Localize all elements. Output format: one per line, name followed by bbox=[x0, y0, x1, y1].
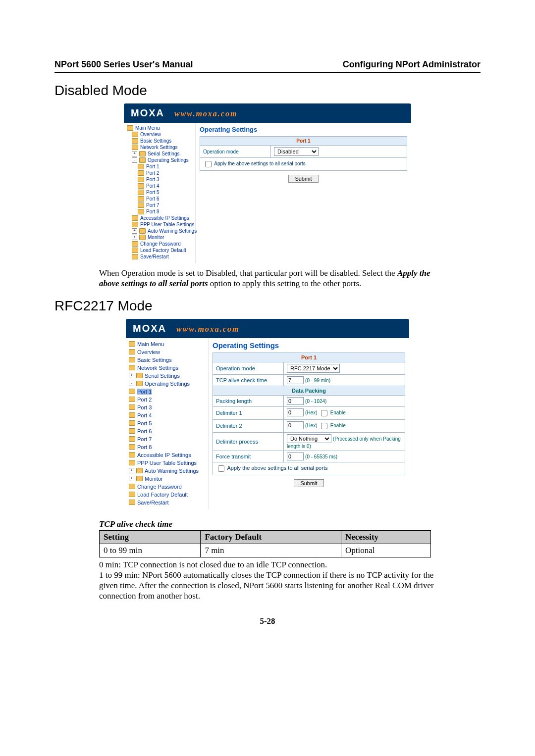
tree-serial-settings[interactable]: +Serial Settings bbox=[128, 372, 207, 380]
folder-icon bbox=[138, 164, 144, 169]
tree-overview[interactable]: Overview bbox=[126, 131, 194, 138]
tree-load-factory-default[interactable]: Load Factory Default bbox=[128, 491, 207, 499]
forcetx-hint: (0 - 65535 ms) bbox=[305, 454, 337, 459]
moxa-url: www.moxa.com bbox=[174, 109, 237, 118]
folder-icon bbox=[129, 412, 135, 418]
tree-port3[interactable]: Port 3 bbox=[128, 403, 207, 411]
tree-auto-warning[interactable]: +Auto Warning Settings bbox=[126, 228, 194, 234]
folder-icon bbox=[129, 357, 135, 362]
tree-network-settings[interactable]: Network Settings bbox=[128, 364, 207, 372]
tree-serial-settings[interactable]: +Serial Settings bbox=[126, 151, 194, 157]
tree-main-menu[interactable]: Main Menu bbox=[126, 125, 194, 131]
tree-port1[interactable]: Port 1 bbox=[128, 388, 207, 396]
para-0min: 0 min: TCP connection is not closed due … bbox=[99, 559, 436, 570]
collapse-icon[interactable]: - bbox=[129, 381, 134, 386]
folder-icon bbox=[129, 397, 135, 402]
tree-monitor[interactable]: +Monitor bbox=[126, 234, 194, 241]
tree-accessible-ip[interactable]: Accessible IP Settings bbox=[128, 451, 207, 459]
forcetx-input[interactable] bbox=[287, 453, 304, 460]
tree-port6[interactable]: Port 6 bbox=[126, 196, 194, 202]
expand-icon[interactable]: + bbox=[132, 228, 137, 234]
heading-rfc2217-mode: RFC2217 Mode bbox=[54, 298, 481, 314]
tree-basic-settings[interactable]: Basic Settings bbox=[128, 356, 207, 364]
delimproc-select[interactable]: Do Nothing bbox=[287, 434, 331, 443]
delim2-enable-checkbox[interactable] bbox=[321, 423, 327, 429]
apply-all-checkbox[interactable] bbox=[218, 465, 224, 472]
tcpalive-input[interactable] bbox=[287, 376, 304, 384]
tree-port6[interactable]: Port 6 bbox=[128, 427, 207, 435]
tree-accessible-ip[interactable]: Accessible IP Settings bbox=[126, 215, 194, 221]
folder-icon bbox=[129, 389, 135, 394]
tree-port1[interactable]: Port 1 bbox=[126, 163, 194, 170]
tree-auto-warning[interactable]: +Auto Warning Settings bbox=[128, 467, 207, 475]
folder-icon bbox=[129, 428, 135, 434]
tree-main-menu[interactable]: Main Menu bbox=[128, 340, 207, 348]
submit-button[interactable]: Submit bbox=[288, 175, 318, 183]
tree-ppp-user-table[interactable]: PPP User Table Settings bbox=[126, 221, 194, 228]
expand-icon[interactable]: + bbox=[129, 476, 134, 481]
tree-operating-settings[interactable]: -Operating Settings bbox=[128, 380, 207, 388]
folder-icon bbox=[138, 183, 144, 189]
opmode-label: Operation mode bbox=[213, 362, 284, 374]
delim2-label: Delimiter 2 bbox=[213, 419, 284, 432]
folder-icon bbox=[132, 248, 138, 253]
tree-port5[interactable]: Port 5 bbox=[128, 419, 207, 427]
spec-h-setting: Setting bbox=[100, 530, 201, 544]
delim1-enable-checkbox[interactable] bbox=[321, 410, 327, 416]
tree-save-restart[interactable]: Save/Restart bbox=[126, 253, 194, 260]
tree-port4[interactable]: Port 4 bbox=[126, 183, 194, 189]
folder-icon bbox=[129, 500, 135, 505]
tree-port2[interactable]: Port 2 bbox=[128, 396, 207, 403]
folder-icon bbox=[139, 228, 146, 234]
tree-save-restart[interactable]: Save/Restart bbox=[128, 499, 207, 506]
tree-port2[interactable]: Port 2 bbox=[126, 170, 194, 176]
tree-load-factory-default[interactable]: Load Factory Default bbox=[126, 247, 194, 253]
panel-title: Operating Settings bbox=[213, 341, 405, 350]
table-caption-tcpalive: TCP alive check time bbox=[99, 519, 481, 529]
form-table-rfc2217: Port 1 Operation mode RFC 2217 Mode TCP … bbox=[213, 353, 405, 475]
tree-overview[interactable]: Overview bbox=[128, 348, 207, 356]
folder-icon bbox=[138, 177, 144, 182]
expand-icon[interactable]: + bbox=[132, 235, 137, 240]
tcpalive-hint: (0 - 99 min) bbox=[305, 378, 330, 383]
spec-c-setting: 0 to 99 min bbox=[100, 544, 201, 557]
tree-port7[interactable]: Port 7 bbox=[128, 435, 207, 443]
header-right: Configuring NPort Administrator bbox=[343, 59, 481, 70]
folder-icon bbox=[136, 373, 143, 378]
expand-icon[interactable]: + bbox=[132, 151, 137, 156]
opmode-select[interactable]: RFC 2217 Mode bbox=[287, 364, 340, 373]
tree-network-settings[interactable]: Network Settings bbox=[126, 144, 194, 151]
tree-change-password[interactable]: Change Password bbox=[128, 483, 207, 491]
opmode-select[interactable]: Disabled bbox=[274, 147, 319, 156]
tree-port8[interactable]: Port 8 bbox=[126, 208, 194, 215]
expand-icon[interactable]: + bbox=[129, 468, 134, 473]
delim2-input[interactable] bbox=[287, 421, 304, 429]
collapse-icon[interactable]: - bbox=[132, 157, 137, 163]
folder-icon bbox=[129, 452, 135, 457]
spec-h-default: Factory Default bbox=[201, 530, 341, 544]
folder-icon bbox=[132, 145, 138, 150]
folder-icon bbox=[132, 241, 138, 247]
tree-port3[interactable]: Port 3 bbox=[126, 176, 194, 183]
apply-all-checkbox[interactable] bbox=[205, 161, 212, 167]
delim1-input[interactable] bbox=[287, 408, 304, 416]
screenshot-disabled: MOXA www.moxa.com Main Menu Overview Bas… bbox=[124, 103, 411, 263]
tree-port8[interactable]: Port 8 bbox=[128, 443, 207, 451]
tree-basic-settings[interactable]: Basic Settings bbox=[126, 138, 194, 144]
delim1-label: Delimiter 1 bbox=[213, 406, 284, 419]
tree-port4[interactable]: Port 4 bbox=[128, 411, 207, 419]
tree-change-password[interactable]: Change Password bbox=[126, 241, 194, 247]
expand-icon[interactable]: + bbox=[129, 373, 134, 378]
tree-monitor[interactable]: +Monitor bbox=[128, 475, 207, 483]
heading-disabled-mode: Disabled Mode bbox=[54, 83, 481, 99]
spec-table: Setting Factory Default Necessity 0 to 9… bbox=[99, 530, 431, 557]
submit-button[interactable]: Submit bbox=[294, 479, 323, 487]
folder-icon bbox=[132, 254, 138, 259]
packlen-input[interactable] bbox=[287, 397, 304, 405]
apply-all-label: Apply the above settings to all serial p… bbox=[227, 465, 327, 471]
tree-port7[interactable]: Port 7 bbox=[126, 202, 194, 208]
tree-ppp-user-table[interactable]: PPP User Table Settings bbox=[128, 459, 207, 467]
tree-port5[interactable]: Port 5 bbox=[126, 189, 194, 196]
folder-icon bbox=[136, 476, 143, 481]
tree-operating-settings[interactable]: -Operating Settings bbox=[126, 157, 194, 163]
